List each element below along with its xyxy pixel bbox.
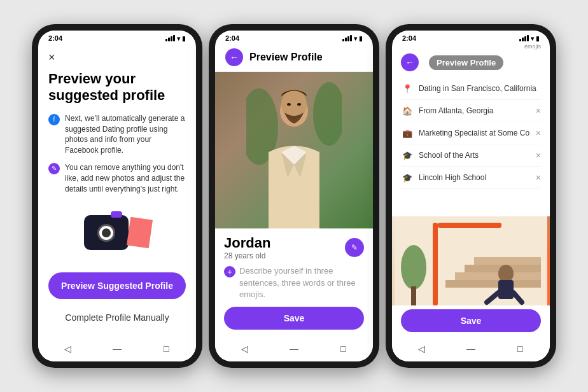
status-icons-3: ▾ ▮ (519, 35, 540, 42)
profile-details-list: 📍 Dating in San Francisco, California 🏠 … (392, 75, 550, 216)
preview-suggested-button[interactable]: Preview Suggested Profile (48, 272, 186, 299)
camera-illustration (84, 215, 129, 250)
profile-photo-bg (215, 72, 373, 228)
header-title-2: Preview Profile (249, 52, 323, 63)
phone-1-screen: 2:04 ▾ ▮ × Preview your suggested profil… (38, 31, 196, 361)
profile-name: Jordan (224, 235, 270, 251)
close-button[interactable]: × (48, 51, 186, 64)
recents-nav-button[interactable]: □ (158, 341, 174, 356)
info-text-1: Next, we'll automatically generate a sug… (65, 113, 186, 156)
profile-age: 28 years old (224, 251, 270, 260)
remove-detail-5[interactable]: × (536, 172, 541, 183)
signal-icon-2 (342, 35, 352, 41)
time-3: 2:04 (402, 34, 416, 42)
signal-icon-3 (519, 35, 529, 41)
detail-item-5: 🎓 Lincoln High School × (401, 167, 541, 189)
bio-placeholder-text: Describe yourself in three sentences, th… (239, 265, 364, 300)
staircase-svg (395, 216, 547, 305)
phone2-header: ← Preview Profile (215, 43, 373, 72)
svg-rect-9 (445, 280, 541, 288)
person-image (246, 76, 342, 228)
svg-point-4 (287, 103, 291, 106)
profile-name-row: Jordan 28 years old ✎ (224, 235, 364, 260)
home-nav-2[interactable]: — (286, 341, 302, 356)
photo-card-2 (127, 217, 153, 248)
info-item-2: ✎ You can remove anything you don't like… (48, 162, 186, 194)
briefcase-icon: 💼 (401, 127, 414, 139)
complete-manually-button[interactable]: Complete Profile Manually (48, 304, 186, 331)
nav-bar-2: ◁ — □ (215, 336, 373, 361)
staircase-image (392, 216, 550, 305)
home-nav-button[interactable]: — (109, 341, 125, 356)
phone-3: 2:04 ▾ ▮ emojis ← Preview (386, 24, 556, 368)
school-icon: 🎓 (401, 149, 414, 162)
remove-detail-3[interactable]: × (536, 128, 541, 138)
location-icon: 📍 (401, 82, 414, 95)
pencil-icon: ✎ (48, 163, 60, 174)
camera-flash (111, 211, 122, 218)
back-button-2[interactable]: ← (225, 48, 243, 66)
status-bar-2: 2:04 ▾ ▮ (215, 31, 373, 43)
wifi-icon-2: ▾ (354, 35, 357, 42)
detail-item-2: 🏠 From Atlanta, Georgia × (401, 100, 541, 122)
detail-text-4: School of the Arts (419, 151, 531, 160)
status-bar-3: 2:04 ▾ ▮ (392, 31, 550, 43)
illustration (48, 200, 186, 265)
svg-point-5 (297, 103, 301, 106)
svg-rect-7 (433, 223, 438, 305)
svg-point-13 (498, 265, 514, 283)
detail-text-5: Lincoln High School (419, 173, 531, 182)
status-icons-1: ▾ ▮ (165, 35, 186, 42)
bio-placeholder: + Describe yourself in three sentences, … (224, 265, 364, 300)
signal-icon (165, 35, 175, 41)
svg-point-17 (401, 245, 426, 290)
facebook-icon: f (48, 114, 60, 125)
phone3-photo (392, 216, 550, 305)
phone3-header-row: ← Preview Profile (392, 51, 550, 75)
back-button-3[interactable]: ← (401, 53, 419, 71)
battery-icon-3: ▮ (536, 35, 540, 42)
highschool-icon: 🎓 (401, 171, 414, 184)
profile-photo-container (215, 72, 373, 228)
phone1-content: × Preview your suggested profile f Next,… (38, 43, 196, 272)
phones-container: 2:04 ▾ ▮ × Preview your suggested profil… (25, 18, 563, 374)
home-icon: 🏠 (401, 104, 414, 117)
add-bio-icon[interactable]: + (224, 266, 235, 277)
status-icons-2: ▾ ▮ (342, 35, 363, 42)
svg-rect-12 (474, 257, 541, 265)
emojis-label: emojis (392, 43, 550, 51)
phone-1: 2:04 ▾ ▮ × Preview your suggested profil… (32, 24, 202, 368)
time-1: 2:04 (48, 34, 62, 42)
save-button-2[interactable]: Save (224, 307, 364, 330)
back-nav-2[interactable]: ◁ (237, 341, 253, 356)
wifi-icon: ▾ (177, 35, 180, 42)
detail-text-1: Dating in San Francisco, California (419, 84, 541, 93)
camera-lens (97, 224, 115, 242)
nav-bar-3: ◁ — □ (392, 336, 550, 361)
phone1-buttons: Preview Suggested Profile Complete Profi… (38, 272, 196, 336)
phone-2-screen: 2:04 ▾ ▮ ← Preview Profile (215, 31, 373, 361)
detail-text-2: From Atlanta, Georgia (419, 106, 531, 115)
remove-detail-2[interactable]: × (536, 106, 541, 116)
remove-detail-4[interactable]: × (536, 150, 541, 160)
svg-point-3 (281, 90, 307, 119)
camera-lens-inner (102, 228, 111, 237)
preview-profile-badge: Preview Profile (429, 55, 503, 70)
home-nav-3[interactable]: — (463, 341, 479, 356)
detail-item-3: 💼 Marketing Specialist at Some Co × (401, 122, 541, 144)
detail-text-3: Marketing Specialist at Some Co (419, 129, 531, 137)
back-nav-3[interactable]: ◁ (414, 341, 430, 356)
edit-button[interactable]: ✎ (345, 238, 364, 257)
save-button-3[interactable]: Save (401, 309, 541, 332)
svg-point-1 (313, 82, 342, 146)
profile-info-overlay: Jordan 28 years old ✎ + Describe yoursel… (215, 228, 373, 336)
phone-3-screen: 2:04 ▾ ▮ emojis ← Preview (392, 31, 550, 361)
recents-nav-3[interactable]: □ (512, 341, 528, 356)
profile-name-age: Jordan 28 years old (224, 235, 270, 260)
svg-rect-18 (411, 286, 416, 305)
recents-nav-2[interactable]: □ (335, 341, 351, 356)
back-nav-button[interactable]: ◁ (60, 341, 76, 356)
phone-2: 2:04 ▾ ▮ ← Preview Profile (209, 24, 379, 368)
battery-icon-2: ▮ (359, 35, 363, 42)
svg-rect-10 (455, 272, 541, 280)
